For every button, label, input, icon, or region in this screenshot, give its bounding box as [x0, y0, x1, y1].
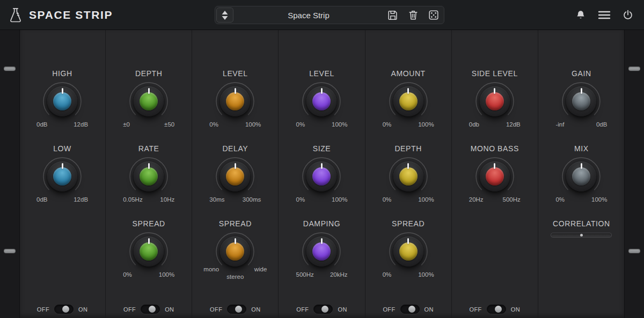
knob-amount[interactable] — [393, 86, 423, 116]
bypass-toggle-row: OFFON — [452, 305, 538, 314]
correlation-meter — [551, 233, 612, 238]
bypass-toggle[interactable] — [400, 305, 420, 314]
knob-range: 0%100% — [383, 121, 434, 128]
knob-pointer — [581, 163, 582, 169]
toggle-on-label: ON — [425, 306, 434, 313]
toggle-on-label: ON — [511, 306, 520, 313]
knob-max-label: 100% — [332, 196, 347, 203]
knob-pointer — [148, 163, 150, 169]
module-contour: HIGH0dB12dBLOW0dB12dBOFFONCONTOUR — [19, 30, 106, 318]
knob-cap — [399, 92, 418, 110]
chevron-down-icon — [221, 16, 229, 20]
knob-pointer — [62, 88, 63, 94]
notifications-button[interactable] — [571, 5, 590, 25]
knob-max-label: 100% — [418, 196, 434, 203]
knob-rate[interactable] — [134, 161, 164, 191]
bypass-toggle[interactable] — [54, 305, 74, 314]
bypass-toggle-row: OFFON — [19, 305, 105, 314]
knob-min-label: 0% — [383, 271, 392, 278]
knob-range: 0%100% — [383, 271, 434, 278]
knob-level[interactable] — [220, 86, 250, 116]
knob-pointer — [235, 88, 236, 94]
knob-pointer — [62, 163, 63, 169]
preset-name[interactable]: Space Strip — [235, 11, 383, 20]
knob-spread[interactable] — [220, 236, 250, 267]
brand: SPACE STRIP — [8, 0, 113, 30]
knob-label: DAMPING — [279, 219, 364, 228]
knob-range: 0%100% — [296, 121, 347, 128]
knob-label: SPREAD — [365, 219, 451, 228]
bypass-toggle[interactable] — [313, 305, 333, 314]
knob-cap — [53, 167, 71, 186]
bypass-toggle[interactable] — [227, 305, 246, 314]
toggle-thumb — [235, 306, 242, 313]
knob-pointer — [407, 163, 409, 169]
delete-preset-button[interactable] — [403, 6, 423, 24]
knob-max-label: 100% — [245, 121, 261, 128]
knob-spread[interactable] — [393, 236, 423, 267]
knob-depth[interactable] — [134, 86, 164, 116]
knob-range: 0.05Hz10Hz — [123, 196, 174, 203]
toggle-on-label: ON — [165, 306, 174, 313]
knob-label: SIDE LEVEL — [452, 69, 538, 78]
save-button[interactable] — [383, 6, 403, 24]
knob-cap — [140, 242, 158, 261]
random-preset-button[interactable] — [423, 6, 444, 24]
knob-min-label: 0% — [383, 121, 392, 128]
knob-min-label: 0% — [209, 121, 218, 128]
knob-low[interactable] — [47, 161, 77, 191]
knob-range: 20Hz500Hz — [469, 196, 521, 203]
knob-max-label: 12dB — [74, 196, 88, 203]
knob-min-label: -inf — [555, 121, 564, 128]
knob-gain[interactable] — [566, 86, 596, 116]
knob-max-label: 10Hz — [160, 196, 174, 203]
knob-cap — [53, 92, 71, 110]
bell-icon — [575, 9, 587, 21]
knob-cap — [312, 242, 331, 261]
knob-mono-bass[interactable] — [480, 161, 510, 191]
knob-label: SPREAD — [106, 219, 192, 228]
knob-cap — [312, 92, 331, 110]
power-button[interactable] — [618, 5, 638, 25]
toggle-on-label: ON — [338, 306, 347, 313]
knob-pointer — [494, 88, 495, 94]
module-vibe: DEPTH±0±50RATE0.05Hz10HzSPREAD0%100%OFFO… — [106, 30, 192, 318]
rack-ear-left — [0, 30, 20, 318]
knob-side-level[interactable] — [480, 86, 510, 116]
knob-cap — [572, 92, 590, 110]
knob-depth[interactable] — [393, 161, 423, 191]
knob-min-label: 30ms — [209, 196, 224, 203]
toggle-thumb — [62, 306, 69, 313]
knob-high[interactable] — [47, 86, 77, 116]
knob-min-label: 20Hz — [469, 196, 484, 203]
knob-max-label: ±50 — [164, 121, 174, 128]
knob-max-label: wide — [254, 266, 267, 272]
knob-mix[interactable] — [566, 161, 596, 191]
knob-spread[interactable] — [134, 236, 164, 267]
bypass-toggle[interactable] — [141, 305, 160, 314]
knob-max-label: 100% — [591, 196, 607, 203]
knob-range: 0%100% — [555, 196, 607, 203]
module-ensemble: AMOUNT0%100%DEPTH0%100%SPREAD0%100%OFFON… — [365, 30, 452, 318]
top-bar: SPACE STRIP Space Strip — [0, 0, 644, 30]
knob-cap — [140, 167, 158, 186]
bypass-toggle[interactable] — [487, 305, 506, 314]
knob-label: SIZE — [279, 144, 364, 153]
knob-max-label: 100% — [418, 121, 434, 128]
menu-button[interactable] — [595, 5, 614, 25]
preset-spinner-button[interactable] — [216, 8, 233, 23]
dice-icon — [428, 9, 440, 21]
knob-range: ±0±50 — [123, 121, 174, 128]
knob-delay[interactable] — [220, 161, 250, 191]
knob-pointer — [581, 88, 582, 94]
knob-label: MONO BASS — [452, 144, 538, 153]
knob-cap — [572, 167, 590, 186]
knob-max-label: 20kHz — [330, 271, 348, 278]
knob-max-label: 12dB — [506, 121, 521, 128]
knob-label: DEPTH — [365, 144, 451, 153]
knob-cap — [486, 92, 504, 110]
knob-cap — [399, 242, 418, 261]
hamburger-menu-icon — [597, 9, 611, 21]
knob-max-label: 500Hz — [503, 196, 521, 203]
knob-mid-label: stereo — [192, 273, 278, 280]
